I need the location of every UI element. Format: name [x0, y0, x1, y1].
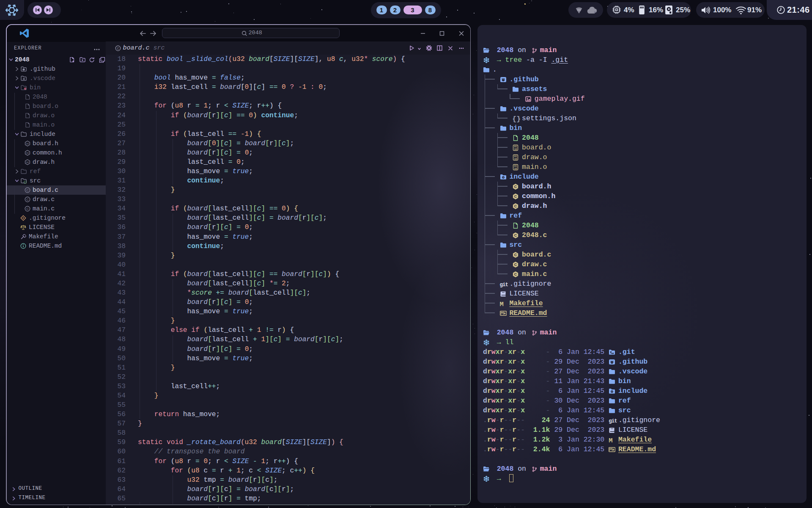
svg-text:C: C	[514, 233, 517, 237]
svg-text:C: C	[514, 272, 517, 276]
svg-text:C: C	[514, 253, 517, 257]
svg-text:C: C	[26, 207, 29, 211]
svg-text:10: 10	[514, 167, 517, 170]
svg-text:10: 10	[514, 157, 517, 160]
svg-text:C: C	[117, 46, 119, 50]
svg-text:C: C	[514, 185, 517, 189]
svg-text:{}: {}	[24, 181, 27, 184]
svg-text:10: 10	[514, 148, 517, 150]
svg-text:C: C	[514, 204, 517, 208]
svg-text:C: C	[26, 188, 29, 192]
svg-text:C: C	[514, 194, 517, 199]
svg-text:C: C	[514, 262, 517, 267]
svg-text:H: H	[26, 160, 28, 164]
svg-text:C: C	[26, 198, 29, 202]
svg-text:H: H	[26, 142, 28, 146]
svg-text:H: H	[26, 151, 28, 155]
